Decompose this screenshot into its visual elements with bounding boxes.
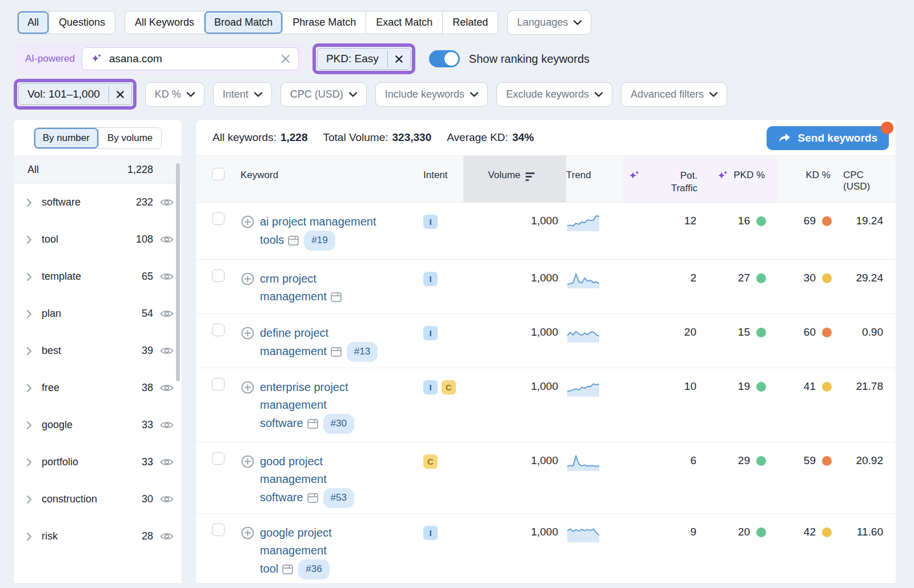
select-all-checkbox[interactable]	[212, 168, 225, 180]
eye-icon[interactable]	[160, 457, 174, 467]
row-checkbox[interactable]	[212, 212, 225, 225]
filter-dropdown-cpc-usd-[interactable]: CPC (USD)	[280, 82, 367, 107]
eye-icon[interactable]	[160, 346, 174, 356]
add-keyword-icon[interactable]	[240, 526, 255, 540]
header-intent[interactable]: Intent	[423, 156, 463, 202]
row-checkbox[interactable]	[212, 269, 225, 282]
tab-all[interactable]: All	[18, 11, 49, 34]
search-input[interactable]: asana.com	[82, 47, 299, 70]
kd-score-dot	[822, 328, 832, 337]
chevron-right-icon[interactable]	[26, 347, 32, 356]
filter-dropdown-include-keywords[interactable]: Include keywords	[375, 82, 488, 107]
filter-dropdown-exclude-keywords[interactable]: Exclude keywords	[496, 82, 612, 107]
sidebar-group-item[interactable]: portfolio 33	[14, 444, 182, 481]
row-checkbox[interactable]	[212, 523, 225, 536]
sidebar-group-item[interactable]: software 232	[14, 184, 182, 221]
header-cpc[interactable]: CPC (USD)	[843, 156, 896, 202]
pkd-filter-chip[interactable]: PKD: Easy	[317, 48, 411, 70]
header-pot-traffic[interactable]: Pot.Traffic	[623, 156, 709, 202]
sidebar-group-item[interactable]: construction 30	[14, 481, 182, 518]
header-kd[interactable]: KD %	[777, 156, 843, 202]
keyword-link[interactable]: define projectmanagement#13	[260, 324, 384, 362]
keyword-link[interactable]: ai project managementtools#19	[260, 213, 384, 251]
pkd-score-dot	[756, 328, 766, 337]
chevron-right-icon[interactable]	[26, 235, 32, 244]
show-ranking-keywords-toggle[interactable]	[429, 50, 460, 67]
filter-dropdown-kd-[interactable]: KD %	[145, 82, 205, 107]
row-checkbox[interactable]	[212, 378, 225, 390]
add-keyword-icon[interactable]	[240, 215, 255, 229]
sidebar-group-item[interactable]: google 33	[14, 406, 182, 444]
tab-all-keywords[interactable]: All Keywords	[125, 11, 204, 34]
chevron-right-icon[interactable]	[26, 421, 32, 430]
tab-phrase-match[interactable]: Phrase Match	[282, 11, 366, 34]
remove-volume-filter-button[interactable]	[109, 86, 131, 103]
keyword-link[interactable]: google projectmanagementtool#36	[260, 524, 384, 579]
chevron-right-icon[interactable]	[26, 198, 32, 207]
sidebar-group-item[interactable]: best 39	[14, 332, 182, 369]
add-keyword-icon[interactable]	[240, 454, 255, 469]
table-row: enterprise projectmanagementsoftware#30 …	[196, 368, 896, 442]
sidebar-group-item[interactable]: risk 28	[14, 518, 182, 555]
tab-questions[interactable]: Questions	[49, 11, 115, 34]
keyword-link[interactable]: enterprise projectmanagementsoftware#30	[260, 378, 384, 434]
chevron-right-icon[interactable]	[26, 532, 32, 541]
eye-icon[interactable]	[160, 309, 174, 319]
group-label: tool	[42, 233, 58, 245]
serp-features-icon[interactable]	[307, 493, 318, 503]
sidebar-tab-by-number[interactable]: By number	[34, 128, 98, 148]
volume-filter-chip[interactable]: Vol: 101–1,000	[18, 83, 132, 105]
sidebar-group-item[interactable]: plan 54	[14, 295, 182, 332]
sidebar-group-item[interactable]: free 38	[14, 369, 182, 406]
chevron-right-icon[interactable]	[26, 384, 32, 393]
eye-icon[interactable]	[160, 420, 174, 430]
add-keyword-icon[interactable]	[240, 272, 255, 286]
sidebar-all-row[interactable]: All 1,228	[14, 156, 182, 184]
trend-cell	[566, 260, 623, 289]
kd-score-dot	[822, 527, 832, 537]
row-checkbox[interactable]	[212, 324, 225, 336]
eye-icon[interactable]	[160, 494, 174, 504]
keyword-link[interactable]: good projectmanagementsoftware#53	[260, 453, 384, 508]
intent-cell: I	[423, 260, 463, 286]
eye-icon[interactable]	[160, 198, 174, 207]
languages-dropdown[interactable]: Languages	[507, 10, 591, 35]
remove-pkd-filter-button[interactable]	[387, 51, 410, 67]
sidebar-group-item[interactable]: template 65	[14, 258, 182, 295]
filter-dropdown-intent[interactable]: Intent	[213, 82, 272, 107]
filter-dropdown-advanced-filters[interactable]: Advanced filters	[621, 82, 727, 107]
add-keyword-icon[interactable]	[240, 326, 255, 340]
sidebar-scrollbar[interactable]	[176, 163, 180, 381]
serp-features-icon[interactable]	[331, 347, 342, 357]
sidebar-group-item[interactable]: tool 108	[14, 221, 182, 258]
header-keyword[interactable]: Keyword	[240, 156, 423, 202]
chevron-right-icon[interactable]	[26, 458, 32, 467]
serp-features-icon[interactable]	[307, 419, 318, 429]
eye-icon[interactable]	[160, 383, 174, 393]
eye-icon[interactable]	[160, 235, 174, 244]
add-keyword-icon[interactable]	[240, 380, 255, 394]
chevron-right-icon[interactable]	[26, 272, 32, 281]
chevron-right-icon[interactable]	[26, 495, 32, 504]
header-pkd[interactable]: PKD %	[709, 156, 777, 202]
eye-icon[interactable]	[160, 531, 174, 541]
tab-related[interactable]: Related	[442, 11, 498, 34]
serp-features-icon[interactable]	[282, 565, 293, 574]
eye-icon[interactable]	[160, 272, 174, 281]
row-checkbox-cell	[212, 368, 240, 390]
tab-broad-match[interactable]: Broad Match	[204, 11, 282, 34]
clear-search-icon[interactable]	[281, 54, 290, 63]
keyword-cell: google projectmanagementtool#36	[240, 514, 423, 579]
header-volume[interactable]: Volume	[463, 156, 566, 202]
serp-features-icon[interactable]	[331, 292, 342, 302]
serp-features-icon[interactable]	[288, 236, 299, 245]
sidebar-tab-by-volume[interactable]: By volume	[98, 128, 161, 148]
tab-exact-match[interactable]: Exact Match	[366, 11, 442, 34]
row-checkbox[interactable]	[212, 452, 225, 465]
keyword-link[interactable]: crm projectmanagement	[260, 270, 384, 305]
send-keywords-button[interactable]: Send keywords	[767, 126, 889, 150]
languages-label: Languages	[517, 17, 568, 29]
group-label: portfolio	[42, 456, 78, 468]
header-trend[interactable]: Trend	[566, 156, 623, 202]
chevron-right-icon[interactable]	[26, 309, 32, 319]
